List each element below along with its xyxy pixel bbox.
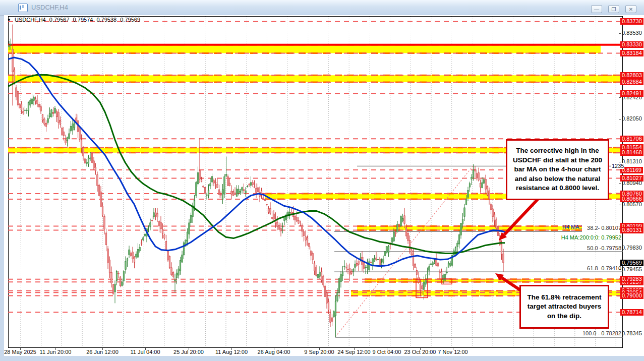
candle-body [460,223,462,235]
candle-body [465,199,467,205]
candle-body [109,260,110,273]
candle-body [235,193,236,195]
date-tick [420,348,421,350]
candle-body [448,263,449,267]
candle-body [302,225,303,231]
candle-body [335,302,336,316]
candle-body [211,176,213,182]
candle-body [176,273,178,278]
candle-body [397,224,398,232]
candle-body [411,250,413,255]
candle-body [129,250,130,255]
candle-body [116,271,118,280]
candle-body [160,222,162,229]
candle-body [130,253,132,256]
price-label-plain: 0.79830 [620,245,643,251]
candle-body [196,183,197,196]
minimize-button[interactable]: — [591,5,602,13]
candle-body [358,261,360,264]
candle-body [271,217,273,218]
candle-body [93,161,95,168]
candle-body [444,274,446,280]
candle-body [111,272,112,283]
price-tick [619,205,621,205]
candle-body [388,246,389,252]
candle-body [91,153,93,163]
candle-body [162,229,163,233]
fibonacci-label: 38.2- 0.80107 [587,225,621,231]
candle-body [393,232,395,242]
candle-body [169,256,170,268]
candle-body [112,285,114,294]
date-tick [274,348,274,350]
candle-body [437,263,439,266]
candle-body [430,264,432,265]
candle-body [72,124,74,131]
candle-body [458,234,460,244]
candle-body [295,216,296,220]
candle-body [238,189,240,193]
candle-body [492,209,494,217]
candle-body [215,183,216,183]
candle-body [98,185,100,196]
annotation-box-retracement[interactable]: The 61.8% retracement target attracted b… [519,285,609,329]
yellow-band [8,75,623,82]
candle-body [167,251,169,260]
candle-body [300,225,301,225]
candle-body [187,232,188,241]
candle-body [446,272,448,273]
window-title: USDCHF,H4 [31,4,68,11]
candle-body [90,158,91,159]
candle-body [282,226,283,227]
candle-body [157,213,158,217]
candle-body [490,204,492,210]
candle-body [69,134,70,139]
candle-body [427,274,428,275]
candle-body [379,259,381,266]
candle-body [54,108,56,113]
candle-body [312,254,314,260]
candle-body [432,263,434,265]
candle-body [23,111,24,113]
price-label-plain: 0.80940 [620,180,643,187]
candle-body [189,223,190,234]
candle-body [84,159,86,163]
candle-body [476,174,478,178]
candle-body [213,180,215,183]
chart-symbol-header[interactable]: ▼ USDCHF,H4 0.79567 0.79574 0.79538 0.79… [7,17,142,23]
restore-button[interactable]: ❐ [608,5,619,13]
candle-body [139,247,141,251]
candle-body [201,179,202,182]
candle-body [134,257,135,262]
candle-body [376,258,377,260]
candle-body [100,192,102,207]
candle-body [158,221,160,226]
candle-body [340,274,342,281]
candle-body [314,263,315,271]
date-tick [102,348,103,350]
candle-body [190,215,192,223]
candle-body [204,187,206,193]
candle-body [249,185,250,185]
candle-body [384,252,386,256]
candle-body [26,110,28,110]
candle-body [367,265,368,268]
candle-body [203,186,204,187]
close-button[interactable]: ✕ [625,5,636,13]
price-tick [619,334,621,334]
candle-body [342,272,343,276]
candle-body [402,218,403,221]
candle-body [464,208,465,217]
symbol-label: USDCHF,H4 [15,17,46,23]
gray-line-price-label: 1235 [611,163,624,169]
date-tick [231,348,232,350]
price-label-red: 0.81706 [620,136,643,142]
candle-body [420,284,421,290]
chevron-down-icon[interactable]: ▼ [7,18,11,22]
candle-body [95,167,96,170]
candle-body [51,110,52,117]
candle-body [494,214,495,221]
annotation-box-resistance[interactable]: The corrective high in the USDCHF did st… [506,139,609,200]
candle-body [317,274,319,278]
candle-body [97,174,98,186]
